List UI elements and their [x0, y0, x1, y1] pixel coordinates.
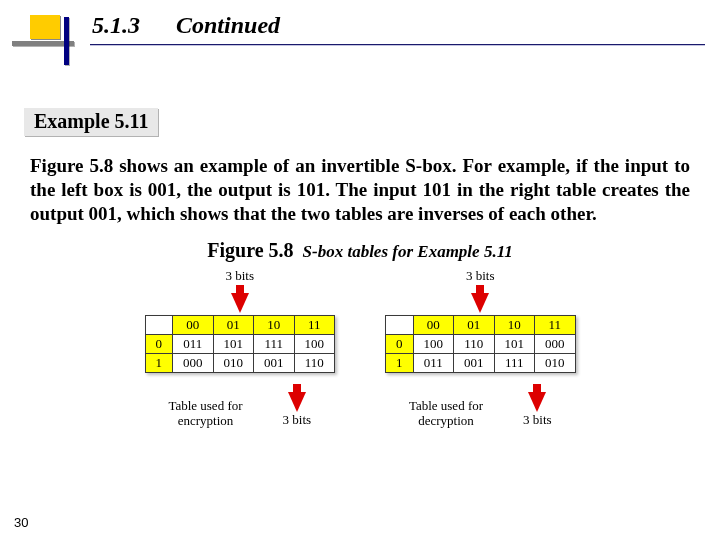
- arrow-icon: [236, 285, 244, 293]
- bits-label-bottom-right: 3 bits: [523, 412, 552, 428]
- encryption-unit: 3 bits 00 01 10 11 0 011 101 111 100 1 0…: [145, 268, 336, 428]
- section-number: 5.1.3: [92, 12, 140, 39]
- decryption-caption: Table used for decryption: [409, 399, 483, 428]
- decryption-unit: 3 bits 00 01 10 11 0 100 110 101 000 1 0…: [385, 268, 576, 428]
- arrow-icon: [533, 384, 541, 392]
- arrow-down-icon: [288, 392, 306, 412]
- arrow-down-icon: [231, 293, 249, 313]
- sbox-diagram: 3 bits 00 01 10 11 0 011 101 111 100 1 0…: [0, 268, 720, 428]
- figure-caption: Figure 5.8 S-box tables for Example 5.11: [0, 239, 720, 262]
- section-title: Continued: [176, 12, 280, 39]
- decryption-table: 00 01 10 11 0 100 110 101 000 1 011 001 …: [385, 315, 576, 373]
- arrow-down-icon: [471, 293, 489, 313]
- bits-label-bottom-left: 3 bits: [283, 412, 312, 428]
- arrow-icon: [293, 384, 301, 392]
- body-paragraph: Figure 5.8 shows an example of an invert…: [30, 154, 690, 225]
- header-logo: [30, 15, 60, 39]
- page-number: 30: [14, 515, 28, 530]
- figure-number: Figure 5.8: [207, 239, 293, 261]
- bits-label-top-left: 3 bits: [225, 268, 254, 284]
- bits-label-top-right: 3 bits: [466, 268, 495, 284]
- encryption-table: 00 01 10 11 0 011 101 111 100 1 000 010 …: [145, 315, 336, 373]
- encryption-caption: Table used for encryption: [168, 399, 242, 428]
- arrow-down-icon: [528, 392, 546, 412]
- title-underline: [90, 44, 705, 45]
- example-label: Example 5.11: [24, 108, 158, 136]
- slide-header: 5.1.3 Continued: [0, 0, 720, 72]
- arrow-icon: [476, 285, 484, 293]
- figure-description: S-box tables for Example 5.11: [303, 242, 513, 261]
